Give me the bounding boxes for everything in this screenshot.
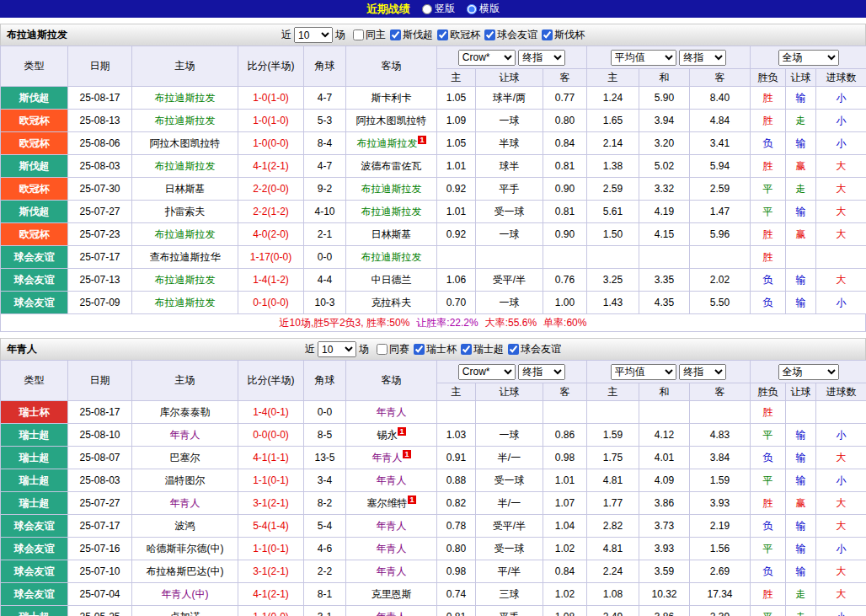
europe-away-odds: 4.84 [690,110,751,132]
team-link[interactable]: 巴塞尔 [170,452,200,463]
team-link[interactable]: 年青人(中) [162,588,209,600]
result-outcome: 平 [751,424,786,447]
europe-draw-odds: 4.09 [639,469,690,492]
team-link[interactable]: 年青人 [377,474,407,486]
team-link[interactable]: 日林斯基 [165,183,206,195]
asia-company-select[interactable]: Crow* [458,364,516,380]
filter-checkbox-input[interactable] [484,29,495,40]
filter-checkbox-input[interactable] [353,29,364,40]
team-link[interactable]: 中日德兰 [372,274,412,286]
europe-time-select[interactable]: 终指 [679,50,726,66]
team-link[interactable]: 塞尔维特 [366,497,407,509]
team-link[interactable]: 年青人 [377,565,407,577]
filter-checkbox[interactable]: 同赛 [377,342,409,356]
team-link[interactable]: 卢加诺 [170,611,200,616]
match-date: 25-08-17 [68,87,132,110]
team-link[interactable]: 布拉迪斯拉发 [361,251,422,263]
recent-matches-table: 类型 日期 主场 比分(半场) 角球 客场 Crow* 终指 平均值 终指 [0,360,866,616]
team-link[interactable]: 年青人 [377,520,407,532]
filter-checkbox[interactable]: 瑞士超 [461,342,504,356]
home-team: 查布拉迪斯拉华 [132,246,238,269]
col-header-asia-handicap: 让球 [476,383,543,401]
filter-checkbox[interactable]: 瑞士杯 [414,342,457,356]
team-link[interactable]: 温特图尔 [165,474,206,486]
match-score: 1-4(1-2) [238,269,304,292]
result-goals: 小 [816,469,866,492]
filter-checkbox[interactable]: 斯伐杯 [542,28,585,42]
team-link[interactable]: 日林斯基 [372,228,412,240]
filter-checkbox-input[interactable] [461,344,472,355]
filter-checkbox[interactable]: 球会友谊 [508,342,561,356]
team-link[interactable]: 布拉迪斯拉发 [155,228,216,240]
asia-odds-header: Crow* 终指 [437,361,587,383]
team-link[interactable]: 布拉迪斯拉发 [155,160,216,172]
filter-checkbox-input[interactable] [542,29,553,40]
team-link[interactable]: 扑雷索夫 [165,206,206,217]
team-link[interactable]: 阿拉木图凯拉特 [150,137,221,149]
team-link[interactable]: 年青人 [170,429,200,441]
away-team: 年青人 [346,538,437,560]
filter-checkbox[interactable]: 斯伐超 [390,28,433,42]
team-link[interactable]: 克里恩斯 [372,588,412,600]
col-header-europe-away: 客 [690,383,751,401]
team-link[interactable]: 库尔泰泰勒 [160,406,211,418]
team-link[interactable]: 阿拉木图凯拉特 [356,115,427,126]
team-link[interactable]: 年青人 [377,406,407,418]
team-link[interactable]: 查布拉迪斯拉华 [150,251,221,263]
team-link[interactable]: 布拉迪斯拉发 [155,115,216,126]
team-link[interactable]: 布拉迪斯拉发 [155,274,216,286]
league-type-badge: 瑞士超 [1,606,68,616]
layout-radio-horizontal[interactable]: 横版 [467,2,500,16]
match-count-select[interactable]: 10 [294,27,333,43]
team-link[interactable]: 布拉格斯巴达(中) [147,565,224,577]
team-link[interactable]: 波德布雷佐瓦 [361,160,422,172]
team-link[interactable]: 哈德斯菲尔德(中) [147,543,224,554]
team-link[interactable]: 布拉迪斯拉发 [155,297,216,308]
result-outcome: 平 [751,606,786,616]
asia-handicap [476,401,543,424]
team-link[interactable]: 斯卡利卡 [372,92,412,104]
asia-home-odds: 1.05 [437,87,476,110]
asia-time-select[interactable]: 终指 [518,50,565,66]
team-link[interactable]: 布拉迪斯拉发 [155,92,216,104]
result-scope-select[interactable]: 全场 [778,364,839,380]
team-link[interactable]: 年青人 [372,452,402,463]
away-team: 锡永1 [346,424,437,447]
filter-checkbox-input[interactable] [377,344,388,355]
layout-radio-vertical[interactable]: 竖版 [422,2,455,16]
filter-checkbox[interactable]: 球会友谊 [484,28,537,42]
match-row: 欧冠杯25-08-13布拉迪斯拉发1-0(1-0)5-3阿拉木图凯拉特1.09一… [1,110,866,132]
team-link[interactable]: 波鸿 [175,520,195,532]
team-link[interactable]: 年青人 [170,497,200,509]
layout-radio-horizontal-input[interactable] [467,4,477,14]
col-header-away: 客场 [346,46,437,87]
team-link[interactable]: 布拉迪斯拉发 [356,137,417,149]
team-link[interactable]: 克拉科夫 [372,297,412,308]
team-link[interactable]: 年青人 [377,543,407,554]
match-score: 0-1(0-0) [238,292,304,314]
asia-company-select[interactable]: Crow* [458,50,516,66]
europe-time-select[interactable]: 终指 [679,364,726,380]
asia-time-select[interactable]: 终指 [518,364,565,380]
filter-checkbox-input[interactable] [414,344,425,355]
layout-radio-vertical-input[interactable] [422,4,432,14]
filter-checkbox-input[interactable] [437,29,448,40]
asia-away-odds: 1.07 [543,492,587,515]
match-row: 瑞士超25-08-07巴塞尔4-1(1-1)13-5年青人10.91半/一0.9… [1,447,866,469]
col-header-asia-away: 客 [543,69,587,87]
team-link[interactable]: 锡永 [377,429,397,441]
filter-checkbox-input[interactable] [508,344,519,355]
filter-checkbox[interactable]: 欧冠杯 [437,28,480,42]
team-link[interactable]: 布拉迪斯拉发 [361,183,422,195]
filter-checkbox-input[interactable] [390,29,401,40]
filter-checkbox[interactable]: 同主 [353,28,386,42]
team-link[interactable]: 布拉迪斯拉发 [361,206,422,217]
europe-company-select[interactable]: 平均值 [611,50,676,66]
corner-count: 3-4 [304,469,346,492]
result-scope-select[interactable]: 全场 [778,50,839,66]
europe-away-odds: 1.56 [690,538,751,560]
match-count-select[interactable]: 10 [318,341,356,357]
team-link[interactable]: 年青人 [377,611,407,616]
europe-company-select[interactable]: 平均值 [611,364,676,380]
asia-handicap: 球半 [476,155,543,178]
